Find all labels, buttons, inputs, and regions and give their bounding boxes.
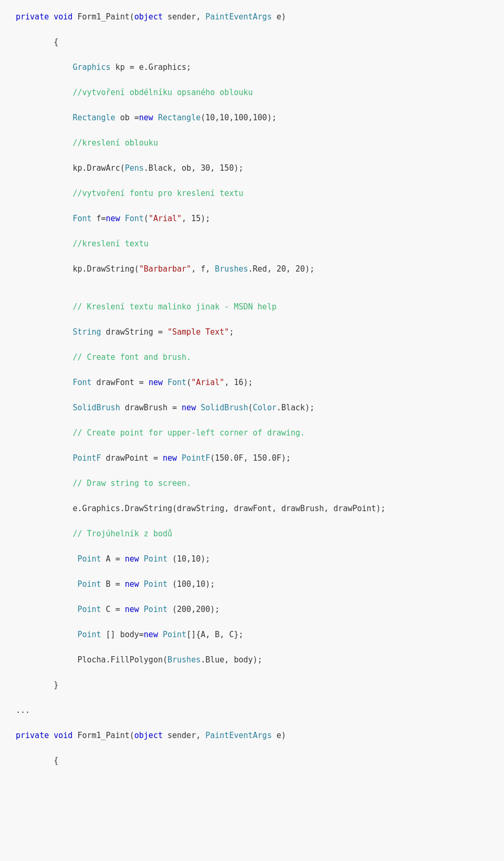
- plain-space1: [153, 113, 158, 122]
- indent-solidbrush: [16, 403, 72, 412]
- semicolon1: ;: [229, 327, 234, 337]
- type-point-a: Point: [77, 554, 101, 564]
- type-rectangle: Rectangle: [72, 113, 115, 122]
- string-arial2: "Arial": [191, 378, 224, 387]
- type-font4: Font: [167, 378, 186, 387]
- type-painteventargs: PaintEventArgs: [205, 12, 271, 22]
- param-e2: e): [272, 731, 286, 740]
- point-arr-params: []{A, B, C};: [186, 630, 243, 639]
- keyword-new9: new: [144, 630, 158, 639]
- indent-comment5: [16, 302, 72, 312]
- type-point-arr: Point: [77, 630, 101, 639]
- comment-draw-string-screen: // Draw string to screen.: [72, 479, 191, 488]
- var-drawfont: drawFont =: [92, 378, 149, 387]
- brushes-blue: .Blue, body);: [201, 655, 262, 665]
- indent-drawfont: [16, 378, 72, 387]
- type-point-b2: Point: [144, 579, 167, 589]
- indent-comment2: [16, 138, 72, 148]
- type-point-c: Point: [77, 605, 101, 614]
- indent-comment9: [16, 529, 72, 538]
- var-kp: kp = e.Graphics;: [111, 63, 192, 72]
- indent-comment1: [16, 88, 72, 97]
- comment-create-font-brush: // Create font and brush.: [72, 352, 191, 362]
- indent-font: [16, 214, 72, 223]
- type-pointf2: PointF: [182, 453, 210, 463]
- kp-drawstring: kp.DrawString(: [72, 264, 139, 274]
- type-solidbrush: SolidBrush: [72, 403, 120, 412]
- type-solidbrush2: SolidBrush: [201, 403, 248, 412]
- var-ob: ob =: [116, 113, 139, 122]
- indent-comment4: [16, 239, 72, 248]
- font-paren: (: [144, 214, 149, 223]
- indent-string: [16, 327, 72, 337]
- point-b-params: (100,10);: [167, 579, 215, 589]
- type-pens: Pens: [125, 163, 144, 173]
- var-c: C =: [101, 605, 125, 614]
- plain-space7: [139, 579, 144, 589]
- type-brushes2: Brushes: [167, 655, 201, 665]
- type-pointf: PointF: [72, 453, 101, 463]
- keyword-new3: new: [149, 378, 163, 387]
- keyword-new4: new: [182, 403, 196, 412]
- type-graphics: Graphics: [72, 63, 110, 72]
- type-point-a2: Point: [144, 554, 167, 564]
- ellipsis: ...: [16, 706, 30, 715]
- type-rectangle2: Rectangle: [158, 113, 201, 122]
- type-color: Color: [253, 403, 277, 412]
- font-size2: , 16);: [224, 378, 253, 387]
- code-container: private void Form1_Paint(object sender, …: [16, 11, 488, 767]
- type-font2: Font: [125, 214, 144, 223]
- plocha-fillpolygon: Plocha.FillPolygon(: [77, 655, 167, 665]
- keyword-new5: new: [163, 453, 177, 463]
- brace-open-outer: {: [16, 37, 58, 47]
- indent-pointc: [16, 605, 77, 614]
- type-painteventargs2: PaintEventArgs: [205, 731, 271, 740]
- e-graphics-drawstring: e.Graphics.DrawString(drawString, drawFo…: [72, 504, 385, 513]
- comment-vytvoreni-obdelniku: //vytvoření obdélníku opsaného oblouku: [72, 88, 253, 97]
- plain-space6: [139, 554, 144, 564]
- plain-space3: [163, 378, 167, 387]
- indent-rectangle: [16, 113, 72, 122]
- keyword-object: object: [134, 12, 163, 22]
- param-sender2: sender,: [163, 731, 205, 740]
- keyword-void2: void: [54, 731, 72, 740]
- var-a: A =: [101, 554, 125, 564]
- keyword-new2: new: [106, 214, 120, 223]
- indent-pointa: [16, 554, 77, 564]
- type-font1: Font: [72, 214, 91, 223]
- plain-space2: [120, 214, 125, 223]
- indent-fillpolygon: [16, 655, 77, 665]
- keyword-new8: new: [125, 605, 139, 614]
- plain-space9: [158, 630, 163, 639]
- color-black: .Black);: [277, 403, 314, 412]
- ds-params1: , f,: [191, 264, 215, 274]
- type-brushes1: Brushes: [215, 264, 248, 274]
- indent-drawarc: [16, 163, 72, 173]
- indent-pointf: [16, 453, 72, 463]
- method-name: Form1_Paint(: [77, 12, 134, 22]
- plain-space4: [196, 403, 201, 412]
- brace-close-outer: }: [16, 680, 58, 690]
- var-b: B =: [101, 579, 125, 589]
- string-arial1: "Arial": [149, 214, 182, 223]
- keyword-object2: object: [134, 731, 163, 740]
- plain-space8: [139, 605, 144, 614]
- keyword-new6: new: [125, 554, 139, 564]
- indent-egraphics: [16, 504, 72, 513]
- point-c-params: (200,200);: [167, 605, 219, 614]
- brace-open-outer2: {: [16, 756, 58, 765]
- keyword-private: private: [16, 12, 49, 22]
- type-string: String: [72, 327, 101, 337]
- indent-pointarray: [16, 630, 77, 639]
- font-paren2: (: [186, 378, 191, 387]
- var-f: f=: [92, 214, 106, 223]
- brushes-red: .Red, 20, 20);: [248, 264, 314, 274]
- param-sender: sender,: [163, 12, 205, 22]
- comment-vytvoreni-fontu: //vytvoření fontu pro kreslení textu: [72, 189, 243, 198]
- param-e: e): [272, 12, 286, 22]
- keyword-void: void: [54, 12, 72, 22]
- var-body: [] body=: [101, 630, 144, 639]
- method-name2: Form1_Paint(: [77, 731, 134, 740]
- indent-graphics: [16, 63, 72, 72]
- type-point-arr2: Point: [163, 630, 186, 639]
